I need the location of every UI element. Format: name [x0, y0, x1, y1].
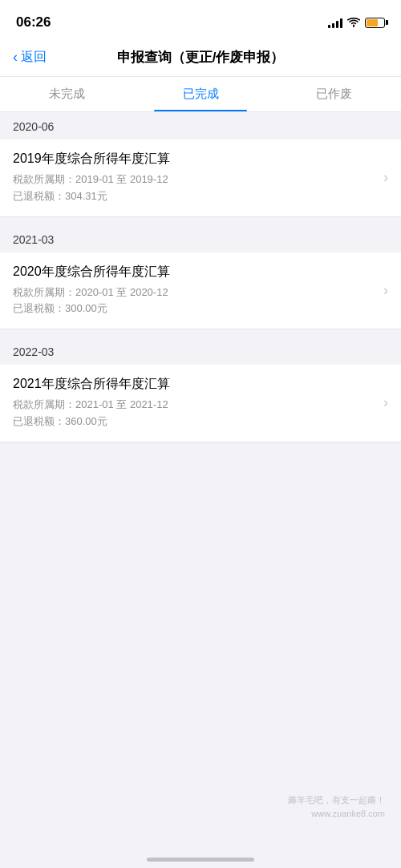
section-header-3: 2022-03	[0, 337, 401, 365]
wifi-icon	[347, 18, 360, 27]
item-tax-period: 税款所属期：2021-01 至 2021-12	[13, 397, 377, 414]
list-container: 2020-06 2019年度综合所得年度汇算 税款所属期：2019-01 至 2…	[0, 112, 401, 442]
watermark-line1: 薅羊毛吧，有支一起薅！	[288, 793, 385, 807]
home-indicator	[147, 858, 254, 862]
signal-icon	[328, 17, 342, 28]
list-item-content: 2019年度综合所得年度汇算 税款所属期：2019-01 至 2019-12 已…	[13, 151, 377, 205]
list-item[interactable]: 2021年度综合所得年度汇算 税款所属期：2021-01 至 2021-12 已…	[0, 365, 401, 442]
section-header-2: 2021-03	[0, 225, 401, 252]
list-item[interactable]: 2019年度综合所得年度汇算 税款所属期：2019-01 至 2019-12 已…	[0, 139, 401, 217]
item-tax-period: 税款所属期：2019-01 至 2019-12	[13, 172, 377, 188]
page-title: 申报查询（更正/作废申报）	[117, 48, 285, 67]
list-item[interactable]: 2020年度综合所得年度汇算 税款所属期：2020-01 至 2020-12 已…	[0, 252, 401, 330]
status-bar: 06:26	[0, 0, 401, 40]
status-time: 06:26	[16, 14, 51, 30]
item-refund: 已退税额：304.31元	[13, 188, 377, 205]
chevron-right-icon: ›	[383, 282, 388, 299]
item-refund: 已退税额：360.00元	[13, 414, 377, 430]
item-title: 2020年度综合所得年度汇算	[13, 264, 377, 281]
tab-bar: 未完成 已完成 已作废	[0, 77, 401, 112]
section-spacer-2	[0, 329, 401, 337]
tab-incomplete[interactable]: 未完成	[0, 77, 134, 111]
status-icons	[328, 17, 385, 28]
back-label: 返回	[21, 49, 47, 66]
item-tax-period: 税款所属期：2020-01 至 2020-12	[13, 285, 377, 301]
chevron-right-icon: ›	[383, 169, 388, 186]
battery-icon	[365, 18, 385, 28]
tab-completed[interactable]: 已完成	[134, 77, 268, 111]
list-item-content: 2020年度综合所得年度汇算 税款所属期：2020-01 至 2020-12 已…	[13, 264, 377, 318]
list-item-content: 2021年度综合所得年度汇算 税款所属期：2021-01 至 2021-12 已…	[13, 376, 377, 430]
watermark: 薅羊毛吧，有支一起薅！ www.zuanke8.com	[288, 793, 385, 820]
item-title: 2019年度综合所得年度汇算	[13, 151, 377, 168]
section-header-1: 2020-06	[0, 112, 401, 139]
back-chevron-icon: ‹	[13, 49, 18, 66]
item-refund: 已退税额：300.00元	[13, 301, 377, 317]
section-spacer-1	[0, 217, 401, 225]
tab-cancelled[interactable]: 已作废	[267, 77, 401, 111]
item-title: 2021年度综合所得年度汇算	[13, 376, 377, 393]
nav-bar: ‹ 返回 申报查询（更正/作废申报）	[0, 40, 401, 77]
back-button[interactable]: ‹ 返回	[13, 49, 47, 66]
watermark-line2: www.zuanke8.com	[288, 807, 385, 821]
chevron-right-icon: ›	[383, 394, 388, 411]
